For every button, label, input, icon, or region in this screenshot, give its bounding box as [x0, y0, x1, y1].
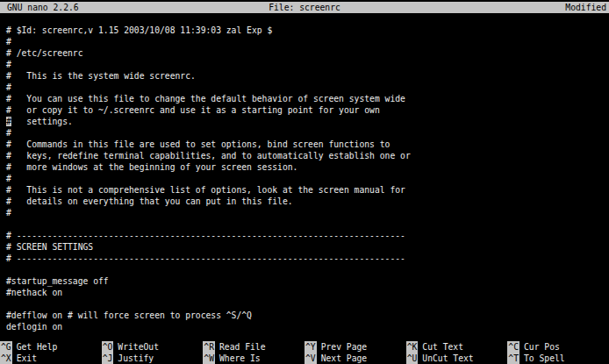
editor-line[interactable]: # This is not a comprehensive list of op…	[0, 184, 609, 196]
editor-line[interactable]: #	[0, 207, 609, 218]
nano-titlebar: GNU nano 2.2.6 File: screenrc Modified	[0, 2, 609, 13]
shortcut-key: ^O	[102, 341, 114, 353]
shortcut-label: Exit	[17, 353, 37, 363]
shortcut-row1: ^GGet Help^OWriteOut^RRead File^YPrev Pa…	[0, 341, 609, 353]
editor-line[interactable]: # This is the system wide screenrc.	[0, 70, 609, 82]
editor-line[interactable]: # --------------------------------------…	[0, 253, 609, 264]
editor-line[interactable]: #startup_message off	[0, 275, 609, 287]
shortcut-prev-page: ^YPrev Page	[304, 341, 406, 353]
editor-line[interactable]: #nethack on	[0, 287, 609, 298]
shortcut-label: Prev Page	[321, 342, 368, 352]
shortcut-label: To Spell	[524, 353, 565, 363]
shortcut-label: Where Is	[219, 353, 261, 363]
shortcut-label: Next Page	[321, 353, 368, 363]
editor-line[interactable]: #	[0, 36, 609, 47]
shortcut-read-file: ^RRead File	[203, 341, 304, 353]
shortcut-key: ^Y	[304, 341, 317, 353]
modified-indicator: Modified	[565, 2, 606, 13]
editor-line[interactable]: # $Id: screenrc,v 1.15 2003/10/08 11:39:…	[0, 25, 609, 36]
shortcut-key: ^K	[406, 341, 419, 353]
shortcut-writeout: ^OWriteOut	[102, 341, 204, 353]
shortcut-key: ^G	[0, 341, 12, 353]
editor-line[interactable]: # more windows at the beginning of your …	[0, 161, 609, 173]
shortcut-label: Cur Pos	[524, 342, 560, 352]
editor-line[interactable]: #	[0, 127, 609, 139]
shortcut-to-spell: ^TTo Spell	[507, 353, 609, 364]
editor-line[interactable]: #	[0, 173, 609, 184]
shortcut-next-page: ^VNext Page	[304, 353, 406, 364]
shortcut-key: ^J	[102, 353, 114, 364]
shortcut-row2: ^XExit^JJustify^WWhere Is^VNext Page^UUn…	[0, 353, 609, 364]
editor-line[interactable]: # settings.	[0, 116, 609, 127]
editor-line[interactable]	[0, 218, 609, 230]
shortcut-key: ^C	[507, 341, 519, 353]
text-cursor: #	[6, 117, 11, 126]
shortcut-key: ^V	[304, 353, 317, 364]
editor-line[interactable]: # You can use this file to change the de…	[0, 93, 609, 104]
editor-line[interactable]: #	[0, 59, 609, 70]
shortcut-key: ^W	[203, 353, 215, 364]
shortcut-justify: ^JJustify	[102, 353, 204, 364]
editor-area[interactable]: # $Id: screenrc,v 1.15 2003/10/08 11:39:…	[0, 25, 609, 332]
editor-line[interactable]: # keys, redefine terminal capabilities, …	[0, 150, 609, 161]
shortcut-label: Justify	[118, 353, 154, 363]
shortcut-key: ^T	[507, 353, 519, 364]
shortcut-key: ^R	[203, 341, 215, 353]
editor-line[interactable]: # details on everything that you can put…	[0, 196, 609, 207]
editor-line[interactable]: #defflow on # will force screen to proce…	[0, 310, 609, 321]
shortcut-label: Read File	[219, 342, 266, 352]
editor-line[interactable]: # Commands in this file are used to set …	[0, 139, 609, 150]
shortcut-label: UnCut Text	[422, 353, 473, 363]
file-name-label: File: screenrc	[0, 2, 609, 13]
editor-line[interactable]: #	[0, 82, 609, 93]
editor-line[interactable]	[0, 298, 609, 310]
shortcut-get-help: ^GGet Help	[0, 341, 102, 353]
shortcut-where-is: ^WWhere Is	[203, 353, 304, 364]
shortcut-label: Get Help	[17, 342, 58, 352]
editor-line[interactable]: # --------------------------------------…	[0, 230, 609, 241]
editor-line[interactable]: # or copy it to ~/.screenrc and use it a…	[0, 104, 609, 116]
shortcut-uncut-text: ^UUnCut Text	[406, 353, 508, 364]
editor-line[interactable]: deflogin on	[0, 321, 609, 332]
shortcut-key: ^X	[0, 353, 12, 364]
editor-line[interactable]: # SCREEN SETTINGS	[0, 241, 609, 253]
shortcut-cut-text: ^KCut Text	[406, 341, 508, 353]
shortcut-label: Cut Text	[422, 342, 463, 352]
shortcut-key: ^U	[406, 353, 419, 364]
shortcut-cur-pos: ^CCur Pos	[507, 341, 609, 353]
editor-line[interactable]	[0, 264, 609, 275]
shortcut-exit: ^XExit	[0, 353, 102, 364]
editor-line[interactable]: # /etc/screenrc	[0, 47, 609, 59]
shortcut-label: WriteOut	[118, 342, 159, 352]
nano-terminal[interactable]: GNU nano 2.2.6 File: screenrc Modified #…	[0, 0, 609, 364]
